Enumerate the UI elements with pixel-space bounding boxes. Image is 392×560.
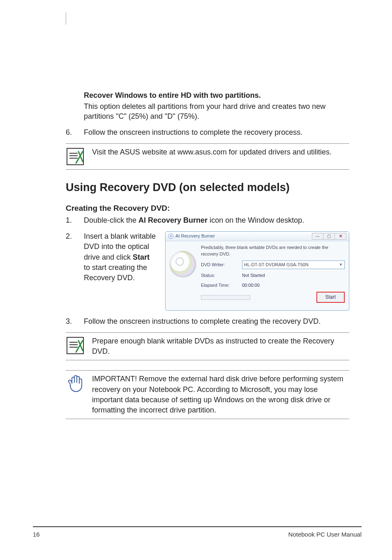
page-footer: 16 Notebook PC User Manual — [33, 528, 362, 538]
svg-point-2 — [170, 235, 172, 237]
recover-option-title: Recover Windows to entire HD with two pa… — [84, 90, 349, 101]
step-text: Follow the onscreen instructions to comp… — [84, 127, 349, 138]
page-number: 16 — [33, 531, 40, 538]
window-title-text: AI Recovery Burner — [175, 233, 215, 239]
progress-bar — [201, 295, 250, 300]
ai-recovery-burner-window: AI Recovery Burner — ▢ ✕ Predictably, th… — [165, 231, 349, 311]
recover-option-block: Recover Windows to entire HD with two pa… — [66, 90, 349, 122]
hand-stop-icon — [66, 374, 85, 393]
step2-post: to start creating the Recovery DVD. — [84, 263, 147, 282]
step-number: 1. — [66, 215, 84, 226]
margin-rule — [66, 12, 66, 25]
section-heading: Using Recovery DVD (on selected models) — [66, 181, 349, 194]
page-content: Recover Windows to entire HD with two pa… — [33, 12, 362, 419]
chevron-down-icon: ▼ — [339, 262, 343, 267]
step-number: 2. — [66, 231, 84, 311]
status-label: Status: — [201, 272, 238, 279]
step-text: Follow the onscreen instructions to comp… — [84, 316, 349, 327]
step1-pre: Double-click the — [84, 216, 138, 224]
disc-icon — [170, 251, 196, 277]
dvd-writer-value: HL-DT-ST DVDRAM GSA-T50N — [244, 262, 309, 268]
window-title: AI Recovery Burner — [168, 233, 312, 239]
elapsed-value: 00:00:00 — [242, 282, 260, 288]
note-icon — [66, 147, 85, 166]
step-1: 1. Double-click the AI Recovery Burner i… — [66, 215, 349, 226]
start-button[interactable]: Start — [316, 292, 345, 303]
recover-option-body: This option deletes all partitions from … — [84, 101, 349, 122]
minimize-button[interactable]: — — [312, 233, 323, 240]
step-2: 2. Insert a blank writable DVD into the … — [66, 231, 349, 311]
step2-bold: Start — [133, 253, 150, 261]
note-icon — [66, 336, 85, 355]
step1-bold: AI Recovery Burner — [138, 216, 208, 224]
step-number: 3. — [66, 316, 84, 327]
note-text: Visit the ASUS website at www.asus.com f… — [92, 147, 349, 157]
status-value: Not Started — [242, 272, 265, 279]
step-number: 6. — [66, 127, 84, 138]
window-titlebar: AI Recovery Burner — ▢ ✕ — [166, 232, 349, 241]
elapsed-label: Elapsed Time: — [201, 282, 238, 288]
step-text: Double-click the AI Recovery Burner icon… — [84, 215, 349, 226]
sub-heading: Creating the Recovery DVD: — [66, 204, 349, 213]
note-prepare: Prepare enough blank writable DVDs as in… — [66, 332, 349, 360]
step1-post: icon on the Window desktop. — [208, 216, 304, 224]
note-asus: Visit the ASUS website at www.asus.com f… — [66, 143, 349, 170]
dvd-writer-label: DVD Writer: — [201, 262, 238, 268]
dvd-writer-combo[interactable]: HL-DT-ST DVDRAM GSA-T50N ▼ — [242, 260, 345, 269]
close-button[interactable]: ✕ — [335, 233, 346, 240]
note-text: Prepare enough blank writable DVDs as in… — [92, 336, 349, 357]
footer-rule — [33, 526, 362, 527]
app-icon — [168, 233, 174, 239]
app-message: Predictably, three blank writable DVDs a… — [201, 244, 345, 257]
doc-title: Notebook PC User Manual — [288, 531, 362, 538]
step2-text: Insert a blank writable DVD into the opt… — [84, 231, 158, 283]
note-important: IMPORTANT! Remove the external hard disk… — [66, 370, 349, 419]
maximize-button[interactable]: ▢ — [323, 233, 335, 240]
window-controls: — ▢ ✕ — [312, 233, 346, 240]
step-6: 6. Follow the onscreen instructions to c… — [66, 127, 349, 138]
note-text: IMPORTANT! Remove the external hard disk… — [92, 374, 349, 415]
step-3: 3. Follow the onscreen instructions to c… — [66, 316, 349, 327]
